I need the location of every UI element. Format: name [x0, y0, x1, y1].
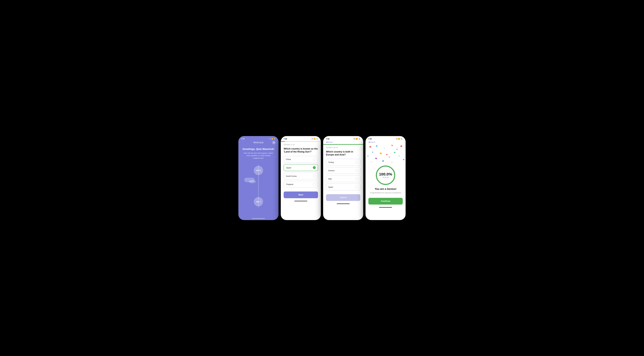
- status-icons-1: ▪▪▪ 📶 🔋: [269, 138, 276, 140]
- option-spain[interactable]: Spain: [326, 184, 360, 190]
- status-bar-4: 7:43 ▪▪▪ 📶 🔋: [366, 136, 406, 140]
- status-bar-1: 7:37 ▪▪▪ 📶 🔋: [238, 136, 278, 140]
- status-bar-3: 7:43 ▪▪▪ 📶 🔋: [323, 136, 363, 140]
- set-0-node[interactable]: SET 0: [254, 166, 263, 175]
- question-meta-3: Question 10/ 10: [323, 145, 363, 149]
- option-spain-label: Spain: [328, 186, 333, 188]
- back-link-3[interactable]: ◀ Search: [326, 141, 360, 143]
- option-thailand-circle: [313, 183, 316, 186]
- option-thailand-label: Thailand: [286, 183, 293, 186]
- option-japan-circle: ✓: [313, 166, 316, 169]
- option-turkey[interactable]: Turkey: [326, 159, 360, 166]
- back-nav-4: ◀ Search: [366, 140, 406, 144]
- option-japan-label: Japan: [286, 166, 291, 169]
- question-text-2: Which country is known as the 'Land of t…: [281, 146, 321, 156]
- options-list-2: China Japan ✓ South Korea Thailand: [281, 156, 321, 188]
- option-china-label: China: [286, 158, 291, 160]
- home-indicator-1: [252, 218, 265, 219]
- screen-welcome: 7:37 ▪▪▪ 📶 🔋 World Quiz ⚙ Greetings, Qui…: [238, 136, 278, 220]
- battery-icon-4: 🔋: [401, 138, 403, 140]
- status-time-4: 7:43: [368, 138, 372, 140]
- screen-question1: 7:39 ▪▪▪ 📶 🔋 Question 1/ 10 Which countr…: [281, 136, 321, 220]
- result-subtitle: Congratulations for acing all 10 questio…: [366, 192, 406, 197]
- sets-area: SET 0 SET 1: [238, 161, 278, 210]
- option-thailand[interactable]: Thailand: [284, 181, 318, 188]
- continue-button[interactable]: Continue: [368, 198, 403, 204]
- option-spain-circle: [355, 186, 358, 188]
- option-japan[interactable]: Japan ✓: [284, 164, 318, 171]
- option-turkey-circle: [355, 161, 358, 164]
- status-icons-4: ▪▪▪ 📶 🔋: [396, 138, 403, 140]
- screen-results: 7:43 ▪▪▪ 📶 🔋 ◀ Search ★★★ 100.0% 10 of 1…: [366, 136, 406, 220]
- signal-icon-3: ▪▪▪: [354, 138, 355, 140]
- wifi-icon-4: 📶: [398, 138, 400, 140]
- back-link-4[interactable]: ◀ Search: [368, 141, 403, 143]
- option-southkorea-label: South Korea: [286, 175, 296, 177]
- battery-icon-1: 🔋: [274, 138, 276, 140]
- wifi-icon-2: 📶: [314, 138, 316, 140]
- top-bar-1: World Quiz ⚙: [238, 140, 278, 145]
- home-indicator-4: [379, 207, 392, 208]
- submit-button[interactable]: Submit: [326, 194, 360, 201]
- option-greece-label: Greece: [328, 170, 334, 172]
- option-southkorea[interactable]: South Korea: [284, 173, 318, 179]
- back-chevron-icon: ◀: [326, 141, 327, 143]
- option-china[interactable]: China: [284, 156, 318, 162]
- option-china-circle: [313, 158, 316, 161]
- option-italy-label: Italy: [328, 178, 332, 180]
- wifi-icon-3: 📶: [356, 138, 358, 140]
- status-icons-2: ▪▪▪ 📶 🔋: [312, 138, 318, 140]
- back-chevron-icon-4: ◀: [368, 141, 370, 143]
- signal-icon-4: ▪▪▪: [396, 138, 398, 140]
- home-indicator-2: [294, 201, 307, 201]
- gear-icon[interactable]: ⚙: [272, 141, 276, 144]
- option-greece[interactable]: Greece: [326, 167, 360, 174]
- option-turkey-label: Turkey: [328, 161, 334, 163]
- welcome-section: Greetings, Quiz Maverick! Dive into the …: [238, 145, 278, 161]
- confetti-area: ★★★: [366, 144, 406, 164]
- score-percent: 100.0%: [379, 172, 392, 176]
- status-time-1: 7:37: [241, 138, 245, 140]
- option-southkorea-circle: [313, 174, 316, 178]
- question-meta-2: Question 1/ 10: [281, 142, 321, 146]
- status-bar-2: 7:39 ▪▪▪ 📶 🔋: [281, 136, 321, 140]
- battery-icon-2: 🔋: [316, 138, 318, 140]
- options-list-3: Turkey Greece Italy Spain: [323, 159, 363, 190]
- screen-question10: 7:43 ▪▪▪ 📶 🔋 ◀ Search Question 10/ 10 Wh…: [323, 136, 363, 220]
- set-1-node[interactable]: SET 1: [254, 197, 263, 206]
- result-title: You are a Genius!: [366, 188, 406, 192]
- next-button[interactable]: Next: [284, 192, 318, 198]
- screens-container: 7:37 ▪▪▪ 📶 🔋 World Quiz ⚙ Greetings, Qui…: [238, 136, 406, 220]
- score-circle-container: 100.0% 10 of 10: [366, 164, 406, 188]
- question-text-3: Which country is both in Europe and Asia…: [323, 149, 363, 159]
- score-circle: 100.0% 10 of 10: [376, 166, 395, 185]
- status-icons-3: ▪▪▪ 📶 🔋: [354, 138, 360, 140]
- battery-icon-3: 🔋: [358, 138, 360, 140]
- greeting-title: Greetings, Quiz Maverick!: [242, 148, 275, 150]
- back-nav-3: ◀ Search: [323, 140, 363, 144]
- score-fraction: 10 of 10: [382, 176, 389, 178]
- status-time-3: 7:43: [326, 138, 329, 140]
- greeting-subtitle: Dive into the Quiz extravaganza, where e…: [242, 152, 275, 160]
- app-title: World Quiz: [254, 142, 264, 144]
- cloud-2: [249, 180, 256, 183]
- option-italy[interactable]: Italy: [326, 175, 360, 182]
- status-time-2: 7:39: [284, 138, 287, 140]
- wifi-icon-1: 📶: [271, 138, 273, 140]
- option-greece-circle: [355, 169, 358, 172]
- signal-icon-1: ▪▪▪: [269, 138, 271, 140]
- home-indicator-3: [337, 204, 350, 204]
- signal-icon-2: ▪▪▪: [312, 138, 313, 140]
- option-italy-circle: [355, 177, 358, 180]
